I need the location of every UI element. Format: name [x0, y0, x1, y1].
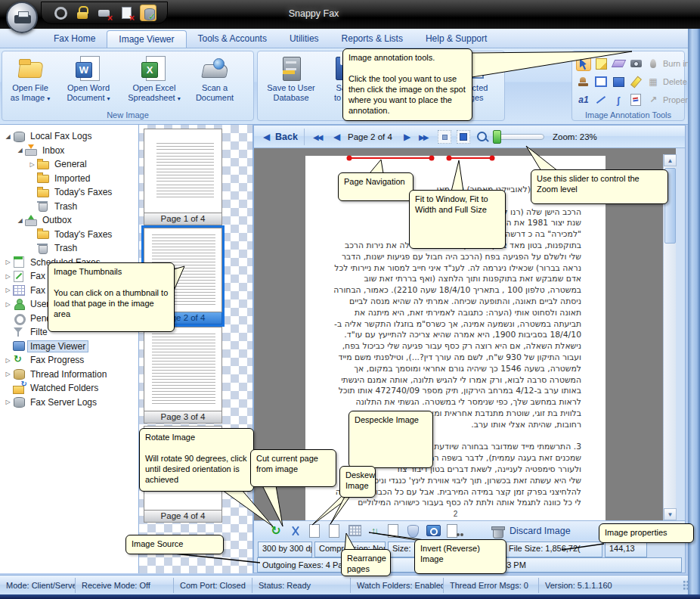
filled-rectangle-tool-icon[interactable]	[611, 73, 628, 90]
tree-item-inbox[interactable]: ◢ Inbox	[0, 144, 138, 158]
deskew-image-icon[interactable]: ↻	[307, 523, 324, 538]
full-size-zoom-icon[interactable]	[475, 130, 489, 144]
burn-in-button[interactable]: Burn in	[646, 55, 694, 72]
tree-item-local-fax-logs[interactable]: ◢ Local Fax Logs	[0, 129, 138, 144]
folder-icon	[37, 159, 50, 170]
page-indicator: Page 2 of 4	[348, 126, 392, 148]
tree-expander-icon[interactable]: ◢	[15, 217, 25, 224]
note-tool-icon[interactable]	[593, 55, 611, 72]
tree-expander-icon[interactable]: ▷	[3, 259, 13, 265]
fit-to-window-button[interactable]	[438, 130, 451, 144]
edit-note-tool-icon[interactable]	[628, 92, 646, 108]
stamp-tool-icon[interactable]	[576, 73, 593, 90]
vertical-scrollbar[interactable]: ▲ ▼	[663, 154, 676, 520]
last-page-button[interactable]: ▶▶	[419, 126, 427, 148]
ribbon-tab[interactable]: Fax Home	[42, 30, 107, 48]
delete-annotation-button[interactable]: ▦ Delete	[646, 73, 694, 90]
zoom-slider-handle[interactable]	[493, 130, 501, 144]
group-label: New Image	[2, 110, 253, 119]
back-button[interactable]: Back	[275, 126, 298, 148]
rearrange-pages-icon[interactable]	[346, 523, 363, 538]
tree-expander-icon[interactable]: ▷	[3, 357, 13, 364]
despeckle-image-icon[interactable]: *	[327, 523, 343, 538]
tree-item-general[interactable]: ▷ General	[0, 157, 138, 172]
back-arrow-icon[interactable]: ◀	[263, 126, 270, 148]
scroll-up-button[interactable]: ▲	[664, 154, 677, 166]
scan-a-document-button[interactable]: Scan a Document	[190, 55, 240, 104]
cut-page-icon[interactable]	[287, 523, 304, 538]
ribbon-button-label: Scan a	[202, 83, 228, 93]
invert-image-icon[interactable]: ↑↓	[366, 523, 383, 538]
tree-expander-icon[interactable]: ▷	[3, 287, 13, 293]
highlighter-tool-icon[interactable]	[628, 73, 646, 90]
open-word-document-button[interactable]: Open Word Document ▾	[58, 55, 119, 104]
export-image-icon[interactable]	[444, 523, 461, 538]
tree-item-fax-server-logs[interactable]: ▷ Fax Server Logs	[0, 396, 138, 410]
printer-delete-icon[interactable]	[96, 5, 113, 21]
open-file-as-image-button[interactable]: Open File as Image ▾	[5, 55, 55, 104]
database-icon	[13, 396, 26, 408]
ribbon-tab[interactable]: Reports & Lists	[330, 30, 414, 48]
rectangle-tool-icon[interactable]	[593, 73, 611, 90]
ribbon-tab[interactable]: Help & Support	[414, 30, 498, 48]
screen-zoom-icon[interactable]	[425, 523, 441, 538]
save-to-user-database-button[interactable]: Save to User Database	[261, 55, 321, 103]
discard-image-button[interactable]: Discard Image	[490, 523, 571, 538]
window-title: Snappy Fax	[249, 8, 378, 19]
tree-expander-icon[interactable]: ▷	[3, 371, 13, 377]
tree-item-imported[interactable]: Imported	[0, 172, 138, 186]
curve-tool-icon[interactable]: ʃ	[611, 92, 628, 108]
thumbnail-caption: Page 4 of 4	[144, 511, 222, 523]
database-icon[interactable]	[140, 5, 156, 21]
rotate-image-icon[interactable]: ↻	[268, 523, 284, 538]
previous-page-button[interactable]: ◀	[333, 126, 340, 148]
tree-expander-icon[interactable]: ◢	[15, 147, 25, 154]
page-thumbnail[interactable]: Page 1 of 4	[144, 129, 222, 225]
thumbnail-image[interactable]	[144, 327, 222, 411]
first-page-button[interactable]: ◀◀	[313, 126, 321, 148]
eraser-tool-icon[interactable]	[611, 55, 628, 72]
open-excel-spreadsheet-button[interactable]: Open Excel Spreadsheet ▾	[122, 55, 187, 104]
app-status-cell: Com Port: Closed	[174, 578, 252, 593]
ribbon-tab[interactable]: Tools & Accounts	[187, 30, 278, 48]
tree-expander-icon[interactable]: ◢	[3, 133, 13, 140]
tree-item-trash[interactable]: Trash	[0, 200, 138, 214]
properties-button[interactable]: ↗ Properties	[646, 92, 694, 108]
add-page-icon[interactable]: +	[386, 523, 402, 538]
tree-item-todays-faxes[interactable]: Today's Faxes	[0, 185, 138, 200]
tree-expander-icon[interactable]: ▷	[3, 273, 13, 280]
tool-icon	[628, 93, 643, 107]
ribbon-tab[interactable]: Utilities	[278, 30, 330, 48]
fit-to-width-button[interactable]	[457, 130, 470, 144]
edit-document-icon	[13, 271, 26, 282]
page-thumbnail[interactable]: Page 3 of 4	[144, 327, 222, 424]
gear-icon[interactable]	[52, 5, 69, 21]
tree-item-trash-out[interactable]: Trash	[0, 241, 138, 256]
watched-folder-icon	[13, 383, 26, 394]
folder-icon	[37, 228, 50, 240]
ribbon-tab[interactable]: Image Viewer	[107, 30, 186, 48]
select-tool-icon[interactable]	[576, 55, 593, 72]
tree-item-watched-folders[interactable]: Watched Folders	[0, 381, 138, 396]
text-tool-icon[interactable]: a1	[576, 92, 593, 108]
line-tool-icon[interactable]	[593, 92, 611, 108]
lock-icon[interactable]	[74, 5, 91, 21]
scroll-down-button[interactable]: ▼	[664, 508, 677, 520]
document-delete-icon[interactable]	[118, 5, 135, 21]
tree-item-image-viewer[interactable]: Image Viewer	[0, 340, 138, 354]
zoom-slider-track[interactable]	[494, 134, 544, 140]
tree-item-fax-progress[interactable]: ▷ Fax Progress	[0, 353, 138, 368]
application-button[interactable]	[6, 2, 38, 33]
shield-add-icon[interactable]: +	[405, 523, 422, 538]
outgoing-faxes-status: Outgoing Faxes: 4 Page	[262, 558, 352, 572]
tree-expander-icon[interactable]: ▷	[27, 161, 37, 168]
thumbnail-image[interactable]	[144, 129, 222, 213]
tool-icon	[628, 57, 643, 71]
tree-item-outbox[interactable]: ◢ Outbox	[0, 213, 138, 228]
tree-expander-icon[interactable]: ▷	[3, 301, 13, 308]
camera-tool-icon[interactable]	[628, 55, 646, 72]
tree-expander-icon[interactable]: ▷	[3, 399, 13, 405]
trash-icon	[37, 200, 50, 212]
next-page-button[interactable]: ▶	[404, 126, 410, 148]
tree-item-todays-faxes-out[interactable]: Today's Faxes	[0, 228, 138, 242]
